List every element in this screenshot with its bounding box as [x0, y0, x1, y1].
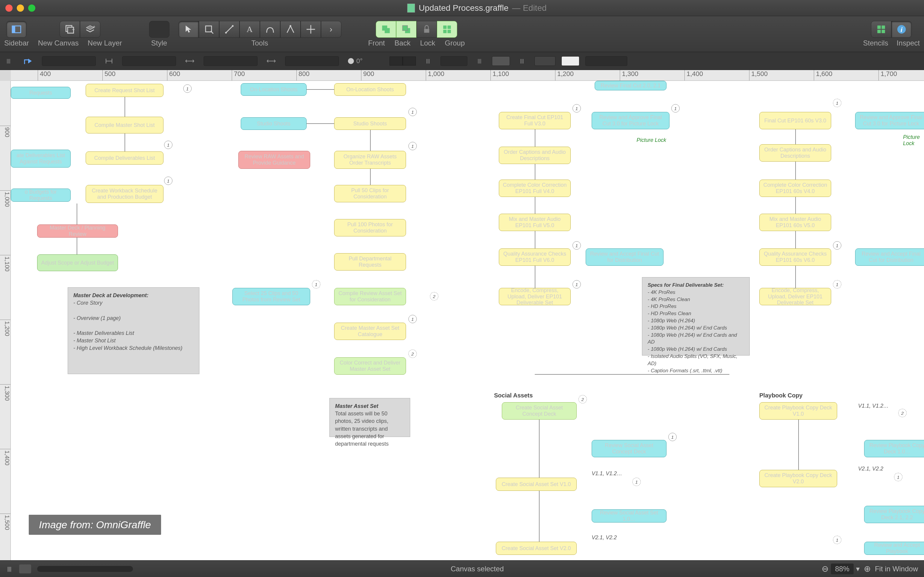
flow-node[interactable]: Create Social Asset Set V1.0 — [496, 478, 577, 491]
height-select[interactable] — [285, 56, 339, 66]
flow-node[interactable]: Order Captions and Audio Descriptions — [499, 147, 571, 164]
fill-swatch[interactable] — [492, 56, 510, 66]
line-weight[interactable] — [561, 56, 579, 66]
flow-node[interactable]: Review and Approve Final Cut 3.0 for Pic… — [592, 112, 669, 129]
flow-node[interactable]: Pull 100 Photos for Consideration — [334, 219, 406, 237]
lock-button[interactable] — [417, 21, 437, 38]
rotation-knob[interactable] — [348, 58, 354, 64]
flow-node[interactable]: Review RAW Assets and Provide Guidance — [238, 151, 310, 169]
distribute-select[interactable] — [122, 56, 176, 66]
note-master-deck[interactable]: Master Deck at Development: - Core Story… — [68, 287, 199, 374]
flow-node[interactable]: Quality Assurance Checks EP101 Full V6.0 — [499, 248, 571, 266]
snap-select[interactable] — [42, 56, 96, 66]
stencils-button[interactable] — [871, 21, 892, 38]
fit-window-button[interactable]: Fit in Window — [875, 565, 918, 573]
line-options[interactable] — [585, 56, 627, 66]
flow-node[interactable]: On-Location Shoots — [241, 83, 307, 96]
svg-rect-14 — [424, 29, 429, 32]
expand-tools[interactable]: › — [321, 21, 341, 38]
maximize-icon[interactable] — [28, 5, 36, 12]
flow-node[interactable]: Review Social Asset Set 1.0… — [592, 509, 667, 522]
inspect-button[interactable]: i — [892, 21, 912, 38]
flow-node[interactable]: Create Social Asset Concept Deck — [502, 402, 577, 419]
canvas-scrubber[interactable] — [37, 566, 133, 572]
flow-node[interactable]: Create Request Shot List — [86, 84, 163, 97]
flow-node[interactable]: Review and Accept Final Cut for Distribu… — [586, 248, 664, 266]
flow-node[interactable]: Final Cut EP101 60s V3.0 — [759, 112, 831, 129]
flow-node[interactable]: Studio Shoots — [334, 117, 406, 130]
point-tool[interactable] — [280, 21, 300, 38]
flow-node[interactable]: Compile Review Asset Set for Considerati… — [334, 288, 406, 305]
flow-node[interactable]: Encode, Compress, Upload, Deliver EP101 … — [759, 288, 831, 305]
group-button[interactable] — [437, 21, 457, 38]
text-tool[interactable]: A — [239, 21, 260, 38]
flow-node[interactable]: Compile Deliverables List — [86, 152, 163, 164]
flow-node[interactable]: Create Workback Schedule and Production … — [86, 185, 163, 203]
flow-node[interactable]: Select 25 Clips and 50 Photos from Revie… — [233, 288, 310, 305]
flow-node[interactable]: Compile Master Shot List — [86, 117, 163, 134]
distribute-icon[interactable] — [102, 56, 116, 66]
flow-node[interactable]: Mix and Master Audio EP101 Full V5.0 — [499, 214, 571, 231]
width-select[interactable] — [204, 56, 257, 66]
flow-node[interactable]: Order Captions and Audio Descriptions — [759, 144, 831, 161]
flow-node[interactable]: Create Playbook Copy Deck V1.0 — [759, 402, 837, 419]
new-canvas-button[interactable]: + — [60, 21, 80, 38]
page-thumb[interactable] — [19, 564, 31, 574]
flow-node[interactable]: Create Social Asset Set V2.0 — [496, 542, 577, 555]
badge: 1 — [632, 478, 641, 486]
flow-node[interactable]: Organize RAW Assets Order Transcripts — [334, 151, 406, 169]
shape-tool[interactable] — [199, 21, 219, 38]
flip-controls[interactable] — [389, 56, 416, 66]
flow-node[interactable]: Create Final Cut EP101 Full V3.0 — [499, 112, 571, 129]
flow-node[interactable]: Create Master Asset Set Catalogue — [334, 322, 406, 340]
flow-node[interactable]: Review Social Asset Concept Deck — [592, 440, 667, 457]
front-button[interactable] — [376, 21, 396, 38]
sidebar-button[interactable] — [6, 21, 27, 38]
flow-node[interactable]: Create Playbook Copy Deck V2.0 — [759, 470, 837, 487]
flow-node[interactable]: Studio Shoots — [241, 117, 307, 130]
flow-node[interactable]: Mix and Master Audio EP101 60s V5.0 — [759, 214, 831, 231]
flow-node[interactable]: Pull 50 Clips for Consideration — [334, 185, 406, 202]
line-tool[interactable] — [219, 21, 239, 38]
flow-node[interactable]: On-Location Shoots — [334, 83, 406, 96]
crop-tool[interactable] — [300, 21, 321, 38]
line-style[interactable] — [535, 56, 556, 66]
width-icon[interactable]: ⟷ — [182, 56, 198, 66]
flow-node[interactable]: Complete Color Correction EP101 60s V4.0 — [759, 180, 831, 197]
canvas[interactable]: Requests Create Request Shot List 1 Comp… — [11, 81, 924, 560]
flow-node[interactable]: Review Playbook Copy Deck 1.0… — [864, 440, 924, 457]
zoom-dropdown-icon[interactable]: ▾ — [856, 565, 859, 573]
new-layer-button[interactable]: + — [80, 21, 100, 38]
flow-node[interactable]: Pull Departmental Requests — [334, 253, 406, 271]
close-icon[interactable] — [5, 5, 13, 12]
flow-node[interactable]: o Budgets for Requests — [11, 189, 71, 202]
zoom-out-icon[interactable]: ⊖ — [822, 564, 829, 574]
note-master-asset[interactable]: Master Asset Set Total assets will be 50… — [330, 398, 410, 437]
snap-control[interactable] — [21, 56, 36, 66]
flow-node[interactable]: Adjust Scope or Adjust Budget — [37, 255, 118, 271]
height-icon[interactable]: ⟷ — [263, 56, 279, 66]
style-button[interactable] — [149, 21, 170, 38]
outline-mode-icon[interactable]: ⫼ — [2, 56, 15, 66]
flow-node[interactable]: Review Final Cut 2.0, 2.1 — [594, 81, 667, 90]
flow-node[interactable]: Review Playbook Copy Deck 2.1, 2.2 — [864, 506, 924, 523]
pen-tool[interactable] — [260, 21, 280, 38]
minimize-icon[interactable] — [17, 5, 24, 12]
stroke-select[interactable] — [441, 56, 467, 66]
flow-node[interactable]: Master Deck / Planning Review — [37, 224, 118, 238]
flow-node[interactable]: Requests — [11, 87, 71, 99]
flow-node[interactable]: ate Deliverables List Against Requests — [11, 150, 71, 168]
note-specs[interactable]: Specs for Final Deliverable Set: - 4K Pr… — [642, 277, 750, 356]
zoom-in-icon[interactable]: ⊕ — [864, 564, 871, 574]
back-button[interactable] — [396, 21, 417, 38]
flow-node[interactable]: Review and Accept Final Cut for Distribu… — [855, 248, 924, 266]
view-mode-icon[interactable]: ⫼ — [6, 565, 13, 573]
flow-node[interactable]: Color Correct and Deliver Master Asset S… — [334, 357, 406, 375]
flow-node[interactable]: Encode, Compress, Upload, Deliver EP101 … — [499, 288, 571, 305]
flow-node[interactable]: Complete Color Correction EP101 Full V4.… — [499, 180, 571, 197]
flow-node[interactable]: Quality Assurance Checks EP101 60s V6.0 — [759, 248, 831, 266]
select-tool[interactable] — [178, 21, 199, 38]
zoom-value[interactable]: 88% — [831, 564, 854, 574]
flow-node[interactable]: Review and Approve Final Cut 3.0 for Pic… — [855, 112, 924, 129]
flow-node[interactable]: Review and Accept Playbook — [864, 542, 924, 555]
